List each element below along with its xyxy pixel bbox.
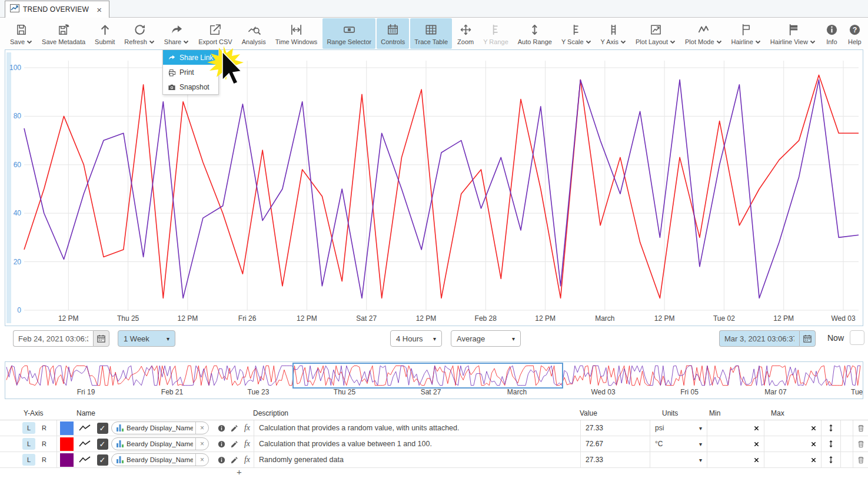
units-select[interactable]: psi▾ [650, 420, 707, 436]
info-icon[interactable] [215, 436, 228, 452]
toolbar-button-analysis[interactable]: Analysis [238, 18, 270, 49]
toolbar-button-y-scale[interactable]: Y Scale [557, 18, 596, 49]
toolbar-button-hairline-view[interactable]: Hairline View [766, 18, 820, 49]
end-date-input[interactable] [719, 330, 799, 347]
end-calendar-button[interactable] [799, 330, 816, 347]
left-axis-button[interactable]: L [22, 422, 35, 434]
line-chart-icon [10, 4, 19, 15]
toolbar-button-trace-table[interactable]: Trace Table [410, 18, 452, 49]
min-input[interactable] [707, 452, 764, 467]
svg-text:12 PM: 12 PM [654, 314, 675, 323]
menu-item-share-link[interactable]: Share Link [163, 50, 218, 65]
max-input[interactable] [764, 420, 821, 436]
toolbar-button-share[interactable]: Share [160, 18, 193, 49]
aggregate-select[interactable]: Average▾ [451, 330, 521, 347]
column-header-max: Max [771, 409, 784, 417]
chevron-down-icon [183, 38, 189, 45]
svg-text:Fri 26: Fri 26 [238, 314, 257, 323]
toolbar-button-label: Zoom [457, 38, 474, 45]
menu-item-print[interactable]: Print [163, 65, 218, 79]
delete-trace-icon[interactable] [853, 420, 868, 436]
add-trace-row: + [0, 468, 868, 477]
line-style-icon[interactable] [76, 436, 94, 452]
trace-color-swatch[interactable] [60, 437, 74, 451]
left-axis-button[interactable]: L [22, 454, 35, 466]
svg-text:Thu 25: Thu 25 [117, 314, 139, 323]
max-input[interactable] [764, 452, 821, 467]
overview-range-strip[interactable]: Fri 19Feb 21Tue 23Thu 25Sat 27MarchWed 0… [5, 361, 863, 399]
right-axis-button[interactable]: R [38, 438, 51, 450]
max-input[interactable] [764, 436, 821, 452]
toolbar-button-help[interactable]: ?Help [844, 18, 866, 49]
toolbar-button-save[interactable]: Save [6, 18, 36, 49]
fx-icon[interactable]: fx [241, 420, 254, 436]
toolbar-button-zoom[interactable]: Zoom [453, 18, 478, 49]
remove-tag-icon[interactable]: × [195, 454, 208, 466]
pencil-icon[interactable] [228, 452, 241, 467]
line-style-icon[interactable] [76, 452, 94, 467]
trace-name[interactable]: Beardy Display_Name → Oil Producin... [112, 439, 195, 450]
toolbar-button-controls[interactable]: Controls [377, 18, 409, 49]
trace-visible-checkbox[interactable]: ✓ [97, 423, 108, 434]
right-axis-button[interactable]: R [38, 454, 51, 466]
units-select[interactable]: °C▾ [650, 436, 707, 452]
min-input[interactable] [707, 420, 764, 436]
tab-trend-overview[interactable]: TREND OVERVIEW × [5, 1, 109, 18]
min-input[interactable] [707, 436, 764, 452]
pencil-icon[interactable] [228, 436, 241, 452]
fx-icon[interactable]: fx [241, 452, 254, 467]
toolbar-button-time-windows[interactable]: Time Windows [271, 18, 322, 49]
toolbar-button-info[interactable]: Info [821, 18, 843, 49]
remove-tag-icon[interactable]: × [195, 422, 208, 434]
print-icon [168, 68, 176, 77]
menu-item-snapshot[interactable]: Snapshot [163, 79, 218, 94]
trace-description: Randomly generated data [254, 452, 580, 467]
trace-color-swatch[interactable] [60, 421, 74, 435]
line-style-icon[interactable] [76, 420, 94, 436]
toolbar-button-plot-layout[interactable]: Plot Layout [631, 18, 680, 49]
autorange-trace-icon[interactable] [821, 436, 840, 452]
toolbar-button-save-metadata[interactable]: Save Metadata [38, 18, 89, 49]
trace-name[interactable]: Beardy Display_Name → Oil Producin... [112, 423, 195, 434]
toolbar-button-range-selector[interactable]: Range Selector [322, 18, 375, 49]
info-icon[interactable] [215, 452, 228, 467]
delete-trace-icon[interactable] [853, 452, 868, 467]
share-dropdown-menu: Share LinkPrintSnapshot [162, 49, 219, 95]
delete-trace-icon[interactable] [853, 436, 868, 452]
pencil-icon[interactable] [228, 420, 241, 436]
main-trend-chart[interactable]: 02040608010012 PMThu 2512 PMFri 2612 PMS… [5, 49, 863, 326]
toolbar-button-plot-mode[interactable]: Plot Mode [681, 18, 726, 49]
toolbar-button-auto-range[interactable]: Auto Range [514, 18, 556, 49]
info-icon[interactable] [215, 420, 228, 436]
svg-text:12 PM: 12 PM [416, 314, 437, 323]
column-header-description: Description [253, 409, 288, 417]
autorange-trace-icon[interactable] [821, 420, 840, 436]
add-trace-button[interactable]: + [237, 467, 242, 477]
time-windows-icon [290, 22, 303, 37]
column-header-y-axis: Y-Axis [24, 409, 44, 417]
tab-close-icon[interactable]: × [95, 5, 103, 14]
start-date-input[interactable] [13, 330, 93, 347]
toolbar-button-refresh[interactable]: Refresh [120, 18, 159, 49]
tab-title: TREND OVERVIEW [23, 5, 89, 14]
toolbar-button-label: Y Axis [601, 38, 626, 45]
trace-name[interactable]: Beardy Display_Name → Oil Producin... [112, 454, 195, 466]
start-calendar-button[interactable] [93, 330, 109, 347]
fx-icon[interactable]: fx [241, 436, 254, 452]
now-checkbox[interactable] [850, 330, 864, 345]
range-select[interactable]: 1 Week▾ [118, 330, 175, 347]
trace-visible-checkbox[interactable]: ✓ [97, 439, 108, 450]
autorange-trace-icon[interactable] [821, 452, 840, 467]
trace-visible-checkbox[interactable]: ✓ [97, 454, 108, 466]
trace-color-swatch[interactable] [60, 453, 74, 467]
toolbar-button-y-axis[interactable]: Y Axis [597, 18, 630, 49]
right-axis-button[interactable]: R [38, 422, 51, 434]
toolbar-button-submit[interactable]: Submit [91, 18, 119, 49]
left-axis-button[interactable]: L [22, 438, 35, 450]
svg-text:Fri 05: Fri 05 [680, 388, 699, 396]
units-select[interactable]: ▾ [650, 452, 707, 467]
toolbar-button-export-csv[interactable]: Export CSV [194, 18, 236, 49]
interval-select[interactable]: 4 Hours▾ [390, 330, 442, 347]
toolbar-button-hairline[interactable]: Hairline [727, 18, 765, 49]
remove-tag-icon[interactable]: × [195, 438, 208, 450]
